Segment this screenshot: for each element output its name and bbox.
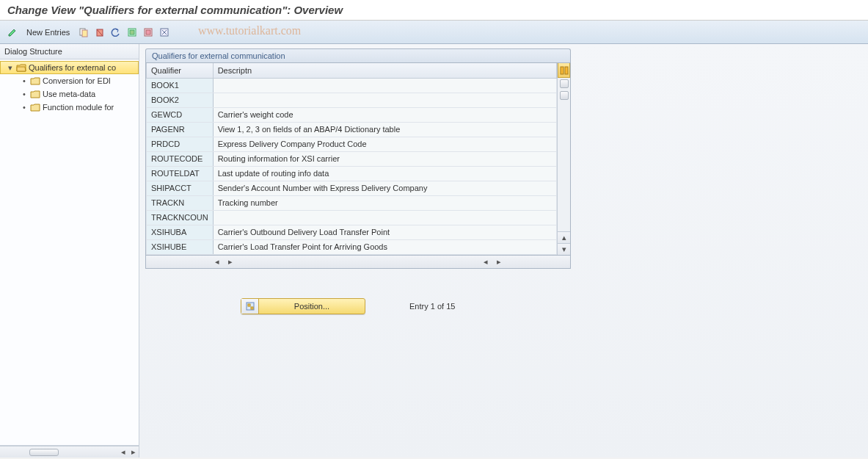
tree-collapse-icon[interactable]: ▾: [7, 63, 14, 73]
scroll-right-icon[interactable]: ▸: [494, 257, 504, 267]
table-row[interactable]: ROUTELDATLast update of routing info dat…: [147, 166, 557, 181]
tree-child-conversion-edi[interactable]: • Conversion for EDI: [0, 74, 139, 87]
watermark: www.tutorialkart.com: [198, 24, 301, 37]
cell-description[interactable]: Carrier's Load Transfer Point for Arrivi…: [213, 239, 556, 254]
grid-right-gutter: ▴ ▾: [557, 63, 570, 255]
cell-description[interactable]: Last update of routing info data: [213, 166, 556, 181]
table-row[interactable]: PAGENRView 1, 2, 3 on fields of an ABAP/…: [147, 122, 557, 137]
table-row[interactable]: SHIPACCTSender's Account Number with Exp…: [147, 181, 557, 195]
scroll-up-marker[interactable]: [560, 79, 569, 88]
folder-closed-icon: [30, 103, 40, 112]
scroll-down-icon[interactable]: ▾: [558, 243, 570, 255]
select-all-icon[interactable]: [125, 26, 139, 39]
footer-row: Position... Entry 1 of 15: [145, 298, 862, 314]
cell-description[interactable]: [213, 78, 556, 93]
table-row[interactable]: GEWCDCarrier's weight code: [147, 107, 557, 122]
position-button-label: Position...: [259, 302, 365, 311]
folder-open-icon: [16, 63, 26, 72]
cell-description[interactable]: Sender's Account Number with Express Del…: [213, 181, 556, 195]
delete-icon[interactable]: [93, 26, 106, 39]
cell-qualifier[interactable]: TRACKNCOUN: [147, 210, 214, 225]
cell-description[interactable]: Carrier's weight code: [213, 107, 556, 122]
scroll-up-icon[interactable]: ▴: [558, 231, 570, 243]
svg-rect-15: [251, 307, 253, 309]
cell-description[interactable]: Tracking number: [213, 195, 556, 210]
table-row[interactable]: BOOK2: [147, 93, 557, 107]
column-header-qualifier[interactable]: Qualifier: [147, 63, 214, 78]
table-row[interactable]: BOOK1: [147, 78, 557, 93]
cell-qualifier[interactable]: SHIPACCT: [147, 181, 214, 195]
scrollbar-thumb[interactable]: [560, 91, 569, 100]
table-row[interactable]: PRDCDExpress Delivery Company Product Co…: [147, 137, 557, 151]
tree-root-label: Qualifiers for external co: [29, 63, 116, 72]
tree-child-label: Function module for: [43, 103, 114, 112]
cell-description[interactable]: [213, 93, 556, 107]
scroll-left-icon[interactable]: ◂: [481, 257, 491, 267]
tree-bullet-icon: •: [21, 103, 28, 112]
svg-rect-1: [82, 30, 87, 37]
cell-description[interactable]: Carrier's Outbound Delivery Load Transfe…: [213, 225, 556, 239]
content-panel: Qualifiers for external communication Qu…: [139, 44, 868, 458]
cell-qualifier[interactable]: TRACKN: [147, 195, 214, 210]
qualifiers-table: Qualifier Descriptn BOOK1BOOK2GEWCDCarri…: [145, 62, 571, 256]
tree-bullet-icon: •: [21, 76, 28, 85]
cell-qualifier[interactable]: PAGENR: [147, 122, 214, 137]
svg-rect-7: [146, 30, 150, 35]
folder-closed-icon: [30, 76, 40, 85]
new-entries-button[interactable]: New Entries: [22, 26, 74, 38]
scroll-right-icon[interactable]: ▸: [225, 257, 236, 267]
table-row[interactable]: XSIHUBACarrier's Outbound Delivery Load …: [147, 225, 557, 239]
svg-rect-11: [561, 67, 564, 74]
table-row[interactable]: XSIHUBECarrier's Load Transfer Point for…: [147, 239, 557, 254]
cell-description[interactable]: Express Delivery Company Product Code: [213, 137, 556, 151]
cell-description[interactable]: Routing information for XSI carrier: [213, 151, 556, 166]
cell-qualifier[interactable]: BOOK1: [147, 78, 214, 93]
cell-qualifier[interactable]: XSIHUBA: [147, 225, 214, 239]
configure-columns-icon[interactable]: [558, 63, 570, 78]
vertical-scrollbar[interactable]: [558, 78, 570, 231]
position-button[interactable]: Position...: [241, 298, 365, 314]
grid-caption: Qualifiers for external communication: [145, 48, 571, 62]
dialog-structure-panel: Dialog Structure ▾ Qualifiers for extern…: [0, 44, 139, 458]
grid-horizontal-scrollbar[interactable]: ◂ ▸ ◂ ▸: [145, 256, 571, 269]
scroll-left-icon[interactable]: ◂: [212, 257, 222, 267]
scrollbar-thumb[interactable]: [29, 449, 59, 456]
tree-root-qualifiers[interactable]: ▾ Qualifiers for external co: [0, 61, 139, 74]
cell-qualifier[interactable]: BOOK2: [147, 93, 214, 107]
table-row[interactable]: TRACKNCOUN: [147, 210, 557, 225]
cell-qualifier[interactable]: ROUTECODE: [147, 151, 214, 166]
folder-closed-icon: [30, 90, 40, 98]
scroll-right-icon[interactable]: ▸: [128, 447, 139, 457]
column-header-description[interactable]: Descriptn: [213, 63, 556, 78]
tree-child-label: Conversion for EDI: [43, 76, 111, 85]
qualifiers-grid: Qualifier Descriptn BOOK1BOOK2GEWCDCarri…: [146, 63, 557, 255]
table-row[interactable]: ROUTECODERouting information for XSI car…: [147, 151, 557, 166]
undo-icon[interactable]: [109, 26, 123, 39]
tree-child-function-module[interactable]: • Function module for: [0, 101, 139, 114]
copy-icon[interactable]: [77, 26, 90, 39]
table-row[interactable]: TRACKNTracking number: [147, 195, 557, 210]
cell-description[interactable]: [213, 210, 556, 225]
tree-horizontal-scrollbar[interactable]: ◂ ▸: [0, 446, 139, 458]
cell-qualifier[interactable]: XSIHUBE: [147, 239, 214, 254]
page-title: Change View "Qualifiers for external com…: [0, 0, 868, 21]
scroll-left-icon[interactable]: ◂: [118, 447, 128, 457]
cell-qualifier[interactable]: ROUTELDAT: [147, 166, 214, 181]
main-area: Dialog Structure ▾ Qualifiers for extern…: [0, 44, 868, 458]
deselect-all-icon[interactable]: [158, 26, 171, 39]
position-icon: [241, 299, 259, 314]
svg-rect-5: [130, 30, 134, 35]
cell-description[interactable]: View 1, 2, 3 on fields of an ABAP/4 Dict…: [213, 122, 556, 137]
tree-child-use-meta-data[interactable]: • Use meta-data: [0, 87, 139, 101]
dialog-structure-tree: ▾ Qualifiers for external co • Conversio…: [0, 59, 139, 446]
cell-qualifier[interactable]: PRDCD: [147, 137, 214, 151]
svg-rect-14: [248, 304, 250, 306]
select-block-icon[interactable]: [142, 26, 155, 39]
tree-child-label: Use meta-data: [43, 90, 95, 98]
toolbar: New Entries www.tutorialkart.com: [0, 21, 868, 44]
toggle-edit-icon[interactable]: [6, 26, 19, 39]
svg-rect-12: [565, 67, 568, 74]
dialog-structure-header: Dialog Structure: [0, 44, 139, 59]
tree-bullet-icon: •: [21, 90, 28, 98]
cell-qualifier[interactable]: GEWCD: [147, 107, 214, 122]
